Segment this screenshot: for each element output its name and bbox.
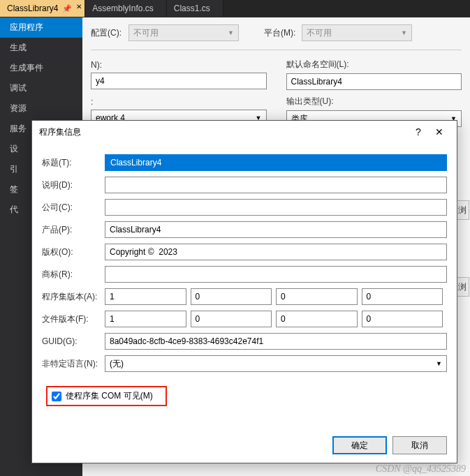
browse-button[interactable]: 浏 (455, 200, 469, 220)
guid-label: GUID(G): (42, 336, 105, 346)
dialog-title: 程序集信息 (39, 126, 408, 138)
divider (91, 50, 462, 50)
help-button[interactable]: ? (408, 126, 429, 137)
sidebar-item-label: 设 (10, 144, 18, 154)
editor-tabs: ClassLibrary4 📌 ✕ AssemblyInfo.cs Class1… (0, 0, 470, 17)
chevron-down-icon: ▼ (401, 29, 407, 36)
chevron-down-icon: ▼ (228, 29, 234, 36)
file-version-rev[interactable] (362, 311, 443, 327)
assembly-name-label: N): (91, 60, 267, 70)
tab-label: AssemblyInfo.cs (92, 3, 153, 13)
close-icon[interactable]: ✕ (76, 3, 82, 10)
assembly-version-major[interactable] (105, 288, 186, 305)
neutral-language-value: (无) (110, 358, 124, 370)
config-label: 配置(C): (91, 27, 123, 39)
output-type-label: 输出类型(U): (286, 96, 462, 107)
assembly-version-label: 程序集版本(A): (42, 291, 105, 303)
com-visible-checkbox[interactable] (52, 392, 61, 401)
platform-label: 平台(M): (264, 27, 296, 39)
sidebar-item-label: 引 (10, 164, 18, 174)
copyright-input[interactable] (105, 244, 447, 260)
title-input[interactable] (105, 154, 447, 171)
company-input[interactable] (105, 199, 447, 216)
com-visible-label: 使程序集 COM 可见(M) (66, 390, 153, 402)
dialog-titlebar: 程序集信息 ? ✕ (32, 121, 457, 143)
target-framework-label: : (91, 97, 267, 107)
file-version-minor[interactable] (191, 311, 272, 327)
file-version-label: 文件版本(F): (42, 313, 105, 325)
assembly-info-dialog: 程序集信息 ? ✕ 标题(T): 说明(D): 公司(C): 产品(P): 版权… (31, 120, 457, 463)
product-label: 产品(P): (42, 224, 105, 236)
view-button[interactable]: 浏 (455, 277, 469, 297)
sidebar-item-build[interactable]: 生成 (0, 38, 82, 58)
neutral-language-dropdown[interactable]: (无) ▼ (105, 355, 447, 372)
tab-class1[interactable]: Class1.cs (167, 0, 223, 17)
close-button[interactable]: ✕ (429, 126, 450, 137)
chevron-down-icon: ▼ (436, 360, 442, 367)
neutral-language-label: 非特定语言(N): (42, 358, 105, 370)
pin-icon: 📌 (62, 4, 72, 13)
title-label: 标题(T): (42, 157, 105, 169)
sidebar-item-application[interactable]: 应用程序 (0, 17, 82, 38)
sidebar-item-label: 签 (10, 184, 18, 194)
platform-value: 不可用 (307, 27, 332, 39)
sidebar-item-label: 服务 (10, 124, 27, 133)
platform-dropdown: 不可用 ▼ (302, 24, 412, 41)
tab-label: ClassLibrary4 (7, 3, 58, 13)
cancel-button[interactable]: 取消 (392, 436, 447, 454)
tab-label: Class1.cs (174, 3, 210, 13)
file-version-major[interactable] (105, 311, 186, 327)
default-namespace-input[interactable] (286, 73, 462, 90)
sidebar-item-label: 生成事件 (10, 63, 43, 73)
tab-classlibrary4[interactable]: ClassLibrary4 📌 ✕ (0, 0, 85, 17)
product-input[interactable] (105, 221, 447, 238)
sidebar-item-resources[interactable]: 资源 (0, 98, 82, 119)
trademark-input[interactable] (105, 266, 447, 283)
config-dropdown: 不可用 ▼ (128, 24, 239, 41)
assembly-version-rev[interactable] (362, 288, 443, 305)
assembly-version-build[interactable] (276, 288, 358, 305)
sidebar-item-label: 生成 (10, 43, 27, 52)
sidebar-item-label: 代 (10, 204, 18, 214)
file-version-build[interactable] (276, 311, 358, 327)
sidebar-item-label: 调试 (10, 83, 27, 93)
sidebar-item-label: 应用程序 (10, 22, 43, 32)
ok-button[interactable]: 确定 (332, 436, 387, 454)
trademark-label: 商标(R): (42, 269, 105, 281)
tab-assemblyinfo[interactable]: AssemblyInfo.cs (85, 0, 166, 17)
guid-input[interactable] (105, 333, 447, 350)
copyright-label: 版权(O): (42, 246, 105, 258)
sidebar-item-build-events[interactable]: 生成事件 (0, 58, 82, 78)
sidebar-item-debug[interactable]: 调试 (0, 78, 82, 98)
highlight-box: 使程序集 COM 可见(M) (46, 386, 167, 406)
default-namespace-label: 默认命名空间(L): (286, 59, 462, 70)
config-value: 不可用 (133, 27, 159, 39)
sidebar-item-label: 资源 (10, 103, 27, 113)
watermark: CSDN @qq_43525389 (376, 463, 466, 475)
description-label: 说明(D): (42, 179, 105, 191)
assembly-version-minor[interactable] (191, 288, 272, 305)
assembly-name-input[interactable] (91, 73, 267, 89)
company-label: 公司(C): (42, 202, 105, 214)
description-input[interactable] (105, 177, 447, 193)
